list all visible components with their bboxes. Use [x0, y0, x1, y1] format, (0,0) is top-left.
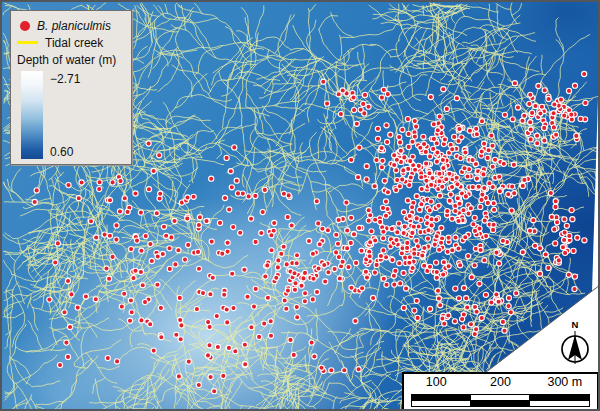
map-figure: B. planiculmis Tidal creek Depth of wate… — [0, 0, 600, 411]
north-arrow: N — [550, 314, 600, 372]
tidal-creek-line-icon — [17, 41, 38, 44]
scale-bar-segments — [411, 394, 590, 407]
legend-creek-label: Tidal creek — [45, 36, 103, 50]
scale-segment — [412, 401, 471, 407]
legend-item-creek: Tidal creek — [17, 34, 125, 51]
scale-segment — [530, 401, 589, 407]
north-label: N — [572, 319, 579, 330]
scale-label-100: 100 — [404, 375, 468, 392]
legend-item-species: B. planiculmis — [17, 17, 125, 34]
occurrence-dot-icon — [20, 21, 30, 31]
legend-ramp-title: Depth of water (m) — [17, 53, 125, 68]
scale-bar-labels: 100 200 300 m — [404, 375, 597, 392]
scale-bar: 100 200 300 m — [402, 372, 599, 411]
legend: B. planiculmis Tidal creek Depth of wate… — [10, 10, 132, 165]
no-data-cutout — [592, 97, 600, 292]
scale-segment — [471, 401, 530, 407]
ramp-min-label: 0.60 — [50, 145, 73, 159]
ramp-max-label: −2.71 — [50, 72, 80, 86]
legend-color-ramp: −2.71 0.60 — [17, 71, 125, 171]
scale-label-300: 300 m — [533, 375, 597, 392]
legend-species-label: B. planiculmis — [37, 19, 111, 33]
scale-label-200: 200 — [468, 375, 532, 392]
depth-color-ramp — [21, 71, 43, 159]
